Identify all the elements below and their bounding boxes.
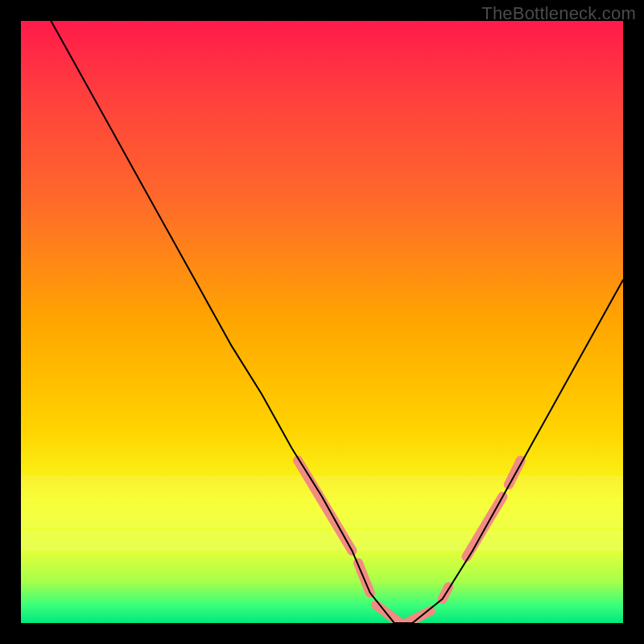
chart-frame: TheBottleneck.com — [0, 0, 644, 644]
marker-segments — [298, 460, 521, 623]
marker-segment — [407, 611, 431, 623]
watermark-text: TheBottleneck.com — [481, 3, 636, 24]
marker-segment — [376, 605, 400, 623]
plot-area — [21, 21, 623, 623]
bottleneck-curve-svg — [21, 21, 623, 623]
bottleneck-curve — [21, 21, 623, 623]
